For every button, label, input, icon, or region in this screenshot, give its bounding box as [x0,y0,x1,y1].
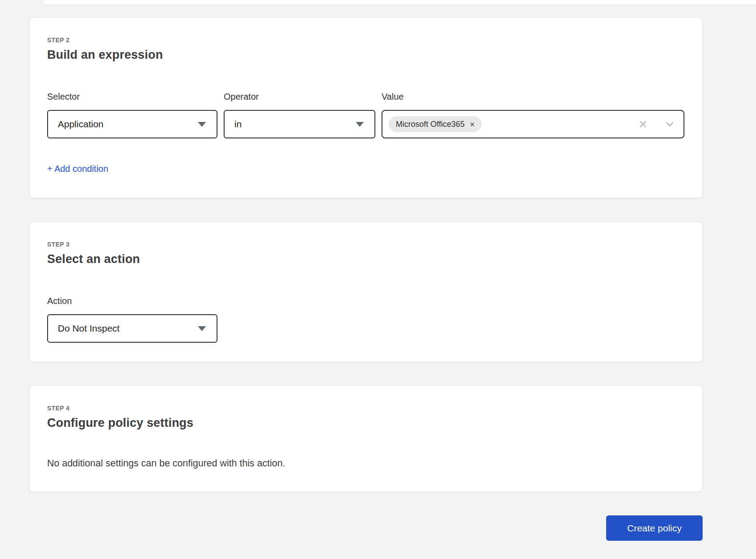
expression-fields-row: Selector Application Operator in Value M… [47,91,684,138]
step-2-card: STEP 2 Build an expression Selector Appl… [29,17,703,198]
clear-all-icon[interactable] [638,119,648,129]
step-3-title: Select an action [47,252,684,266]
add-condition-link[interactable]: + Add condition [47,164,108,174]
action-value: Do Not Inspect [58,323,120,334]
action-dropdown[interactable]: Do Not Inspect [47,314,217,343]
step-2-eyebrow: STEP 2 [47,36,684,44]
step-4-card: STEP 4 Configure policy settings No addi… [29,385,703,492]
operator-field: Operator in [224,91,375,138]
step-3-card: STEP 3 Select an action Action Do Not In… [29,222,703,362]
selector-label: Selector [47,91,217,102]
value-tag-label: Microsoft Office365 [396,120,465,129]
value-label: Value [382,91,684,102]
action-field: Action Do Not Inspect [47,296,217,343]
operator-dropdown[interactable]: in [224,110,375,138]
action-fields-row: Action Do Not Inspect [47,296,684,343]
caret-down-icon [198,326,206,331]
policy-builder-content: STEP 2 Build an expression Selector Appl… [29,17,703,541]
selector-field: Selector Application [47,91,217,138]
caret-down-icon [198,122,206,127]
create-policy-button[interactable]: Create policy [606,515,703,541]
step-4-eyebrow: STEP 4 [47,405,684,412]
selector-value: Application [58,119,104,130]
action-label: Action [47,296,217,306]
step-3-eyebrow: STEP 3 [47,241,684,248]
remove-tag-icon[interactable]: ✕ [470,121,475,128]
caret-down-icon [356,122,364,127]
step-4-title: Configure policy settings [47,416,684,430]
value-field: Value Microsoft Office365 ✕ [382,91,684,138]
value-multiselect-input[interactable]: Microsoft Office365 ✕ [382,110,684,138]
operator-label: Operator [224,91,375,102]
operator-value: in [234,119,241,130]
step-2-title: Build an expression [47,48,684,62]
no-settings-note: No additional settings can be configured… [47,458,684,469]
previous-section-bottom-edge [44,0,756,4]
footer-actions: Create policy [29,515,703,541]
selector-dropdown[interactable]: Application [47,110,217,138]
value-tag: Microsoft Office365 ✕ [389,116,482,132]
chevron-down-icon[interactable] [665,119,675,129]
